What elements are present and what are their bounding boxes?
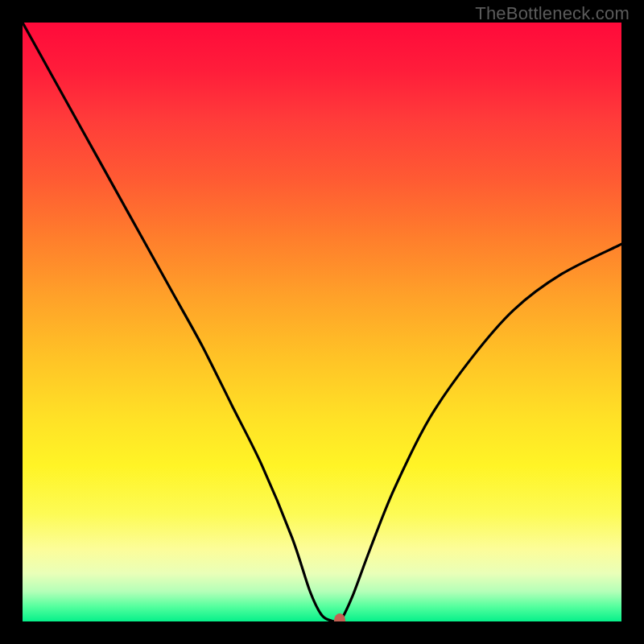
watermark-text: TheBottleneck.com bbox=[475, 3, 630, 24]
optimum-marker bbox=[334, 613, 345, 621]
chart-frame: TheBottleneck.com bbox=[0, 0, 644, 644]
bottleneck-curve bbox=[23, 23, 621, 621]
plot-area bbox=[23, 23, 621, 621]
